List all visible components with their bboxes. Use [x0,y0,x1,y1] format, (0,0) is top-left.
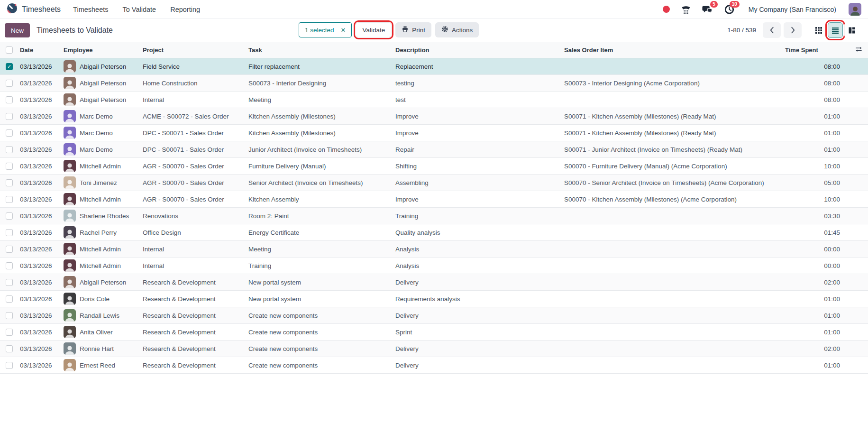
cell-filler [842,208,868,224]
column-header-project[interactable]: Project [140,42,246,58]
cell-employee: Mitchell Admin [61,191,140,208]
pager-next-button[interactable] [784,22,802,38]
view-kanban-button[interactable] [844,22,859,38]
timesheet-row[interactable]: 03/13/2026 Toni Jimenez AGR - S00070 - S… [0,175,868,191]
cell-project: AGR - S00070 - Sales Order [140,175,246,191]
cell-employee: Abigail Peterson [61,274,140,291]
column-header-time-spent[interactable]: Time Spent [782,42,842,58]
cell-filler [842,92,868,108]
employee-avatar [64,110,76,122]
timesheet-row[interactable]: 03/13/2026 Marc Demo DPC - S00071 - Sale… [0,141,868,158]
timesheet-row[interactable]: 03/13/2026 Randall Lewis Research & Deve… [0,307,868,324]
employee-name: Mitchell Admin [80,163,121,170]
cell-select [0,357,17,374]
timesheet-row[interactable]: 03/13/2026 Mitchell Admin Internal Meeti… [0,241,868,258]
cell-description: Improve [393,125,561,141]
timesheet-row[interactable]: 03/13/2026 Mitchell Admin AGR - S00070 -… [0,191,868,208]
timesheet-row[interactable]: 03/13/2026 Abigail Peterson Internal Mee… [0,92,868,108]
employee-avatar [64,77,76,89]
column-header-date[interactable]: Date [17,42,61,58]
adjust-columns-icon[interactable] [855,47,862,54]
cell-date: 03/13/2026 [17,75,61,92]
column-header-sales-order-item[interactable]: Sales Order Item [561,42,782,58]
row-checkbox[interactable] [6,229,13,236]
timesheet-row[interactable]: 03/13/2026 Marc Demo DPC - S00071 - Sale… [0,125,868,141]
timesheet-row[interactable]: 03/13/2026 Abigail Peterson Home Constru… [0,75,868,92]
row-checkbox[interactable] [6,329,13,336]
row-checkbox[interactable] [6,279,13,286]
column-header-employee[interactable]: Employee [61,42,140,58]
view-grid-button[interactable] [811,22,826,38]
menu-to-validate[interactable]: To Validate [123,6,156,13]
row-checkbox[interactable] [6,212,13,220]
row-checkbox[interactable] [6,312,13,319]
cell-employee: Marc Demo [61,108,140,125]
timesheet-row[interactable]: 03/13/2026 Doris Cole Research & Develop… [0,291,868,307]
timesheet-row[interactable]: 03/13/2026 Ronnie Hart Research & Develo… [0,341,868,357]
cell-time-spent: 02:00 [782,341,842,357]
print-button[interactable]: Print [395,22,431,37]
view-list-button[interactable] [828,22,843,38]
header-adjust-cell [842,42,868,58]
voip-phone-icon[interactable] [680,4,692,15]
actions-button[interactable]: Actions [435,22,479,37]
recording-dot-icon [663,6,670,13]
select-all-checkbox[interactable] [6,46,13,54]
column-header-description[interactable]: Description [393,42,561,58]
cell-sales-order-item [561,274,782,291]
timesheet-row[interactable]: 03/13/2026 Abigail Peterson Field Servic… [0,58,868,75]
row-checkbox[interactable] [6,246,13,253]
timesheet-row[interactable]: 03/13/2026 Anita Oliver Research & Devel… [0,324,868,341]
row-checkbox[interactable] [6,262,13,269]
timesheet-row[interactable]: 03/13/2026 Mitchell Admin Internal Train… [0,258,868,274]
activities-clock-icon[interactable]: 10 [724,4,735,15]
menu-reporting[interactable]: Reporting [170,6,200,13]
column-header-task[interactable]: Task [246,42,393,58]
company-switcher[interactable]: My Company (San Francisco) [749,6,836,13]
cell-time-spent: 01:45 [782,224,842,241]
pager-previous-button[interactable] [763,22,781,38]
timesheet-row[interactable]: 03/13/2026 Mitchell Admin AGR - S00070 -… [0,158,868,175]
employee-name: Anita Oliver [80,329,113,336]
timesheet-row[interactable]: 03/13/2026 Marc Demo ACME - S00072 - Sal… [0,108,868,125]
row-checkbox[interactable] [6,196,13,203]
actions-label: Actions [452,27,473,34]
row-checkbox[interactable] [6,80,13,87]
employee-avatar [64,143,76,156]
row-checkbox[interactable] [6,345,13,352]
cell-date: 03/13/2026 [17,324,61,341]
cell-time-spent: 00:00 [782,258,842,274]
view-switcher [811,22,859,38]
row-checkbox[interactable] [6,129,13,137]
menu-timesheets[interactable]: Timesheets [73,6,108,13]
row-checkbox[interactable] [6,63,13,70]
employee-avatar [64,293,76,305]
user-avatar[interactable] [849,3,861,16]
timesheet-row[interactable]: 03/13/2026 Sharlene Rhodes Renovations R… [0,208,868,224]
cell-description: Delivery [393,274,561,291]
app-brand[interactable]: Timesheets [7,3,61,16]
cell-description: Quality analysis [393,224,561,241]
timesheet-row[interactable]: 03/13/2026 Rachel Perry Office Design En… [0,224,868,241]
cell-project: Internal [140,258,246,274]
timesheet-row[interactable]: 03/13/2026 Abigail Peterson Research & D… [0,274,868,291]
row-checkbox[interactable] [6,146,13,153]
cell-sales-order-item [561,291,782,307]
row-checkbox[interactable] [6,295,13,303]
row-checkbox[interactable] [6,362,13,369]
clear-selection-icon[interactable]: ✕ [341,27,346,34]
timesheet-row[interactable]: 03/13/2026 Ernest Reed Research & Develo… [0,357,868,374]
cell-date: 03/13/2026 [17,208,61,224]
row-checkbox[interactable] [6,113,13,120]
cell-time-spent: 01:00 [782,357,842,374]
row-checkbox[interactable] [6,163,13,170]
employee-name: Marc Demo [80,129,113,137]
row-checkbox[interactable] [6,96,13,103]
row-checkbox[interactable] [6,179,13,186]
messages-icon[interactable]: 5 [702,4,713,15]
cell-select [0,191,17,208]
cell-project: Internal [140,241,246,258]
validate-button[interactable]: Validate [356,22,392,37]
new-button[interactable]: New [5,23,30,37]
timesheet-rows: 03/13/2026 Abigail Peterson Field Servic… [0,58,868,374]
